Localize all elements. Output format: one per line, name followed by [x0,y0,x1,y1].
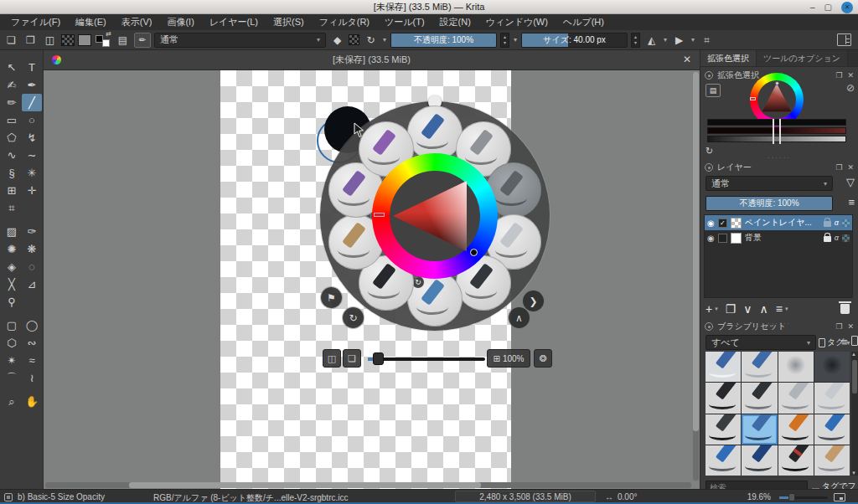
layer-name[interactable]: ペイントレイヤ... [745,217,820,229]
document-close-icon[interactable]: ✕ [683,54,691,65]
menu-item-10[interactable]: ヘルプ(H) [556,14,612,30]
layer-options-icon[interactable]: ≡ [848,196,855,208]
color-selector-dot[interactable] [470,249,478,256]
close-button[interactable]: ✕ [841,2,853,13]
close-docker-icon[interactable]: ✕ [847,71,854,80]
menu-item-9[interactable]: ウィンドウ(W) [478,14,556,30]
brush-preset-pen-metallic[interactable] [778,383,814,413]
visibility-eye-icon[interactable]: ◉ [707,219,715,228]
colorize-mask-tool[interactable]: ❋ [22,240,42,258]
elliptical-selection-tool[interactable]: ◯ [22,316,42,334]
close-docker-icon[interactable]: ✕ [847,163,854,172]
workspace-chooser-icon[interactable] [837,33,851,46]
preset-grid-scrollbar[interactable]: ▲ ▼ [851,352,858,476]
brush-preset-brush-orange-tip[interactable] [778,414,814,445]
brush-preset-marker-bold[interactable] [706,383,741,413]
delete-layer-button[interactable] [840,304,850,314]
menu-item-8[interactable]: 設定(N) [432,14,478,30]
palette-reload-button[interactable]: ↻ [343,307,364,328]
color-wheel[interactable] [372,153,498,279]
new-view-button[interactable]: ❏ [343,349,361,368]
brush-editor-icon[interactable]: ✏ [134,33,151,48]
zoom-tool[interactable]: ⌕ [2,393,22,410]
layer-row-paint[interactable]: ◉ ✓ ペイントレイヤ... α [705,215,852,230]
color-selector-settings-button[interactable]: ▤ [706,84,721,97]
palette-tag-button[interactable]: ⚑ [321,287,342,308]
no-color-icon[interactable]: ⊘ [846,82,855,94]
transform-select-tool[interactable]: ↖ [2,59,22,76]
canvas-horizontal-scrollbar[interactable] [45,482,691,488]
menu-item-1[interactable]: 編集(E) [68,14,114,30]
menu-item-3[interactable]: 画像(I) [159,14,201,30]
swap-colors-icon[interactable]: ⇄ [106,30,111,38]
float-docker-icon[interactable]: ❐ [835,163,842,172]
mirror-view-button[interactable]: ◫ [323,349,341,368]
brush-preset-eraser-small[interactable] [706,352,741,382]
menu-item-7[interactable]: ツール(T) [377,14,432,30]
inherit-alpha-icon[interactable] [842,219,850,227]
maximize-button[interactable]: ▢ [824,3,832,12]
rectangular-selection-tool[interactable]: ▢ [2,316,22,334]
menu-item-0[interactable]: ファイル(F) [3,14,68,30]
preserve-alpha-icon[interactable] [349,34,359,45]
layer-properties-button[interactable]: ≡ [776,302,783,316]
edit-shapes-tool[interactable]: ✍ [2,76,22,94]
color-sampler-tool[interactable]: ✑ [22,223,42,240]
reset-rotation-button[interactable]: ❂ [534,349,552,368]
brush-preset-airbrush-pressure[interactable] [814,352,850,382]
magnetic-selection-tool[interactable]: ≀ [22,369,42,387]
foreground-background-colors[interactable]: ⇄ [95,33,111,47]
preset-scroll-thumb[interactable] [852,360,857,393]
menu-item-2[interactable]: 表示(V) [114,14,160,30]
inherit-alpha-icon[interactable] [842,234,850,242]
move-layer-up-button[interactable]: ∧ [760,302,768,316]
scroll-down-icon[interactable]: ▼ [851,471,856,476]
scroll-up-icon[interactable]: ▲ [851,352,856,357]
layer-blend-mode-dropdown[interactable]: 通常 ▾ [706,176,833,191]
alpha-lock-icon[interactable]: α [835,219,839,227]
docker-lock-icon[interactable] [705,322,713,331]
zoom-display-icon[interactable] [834,493,845,501]
crop-tool[interactable]: ⌗ [2,199,22,217]
add-layer-button[interactable]: + [706,302,712,316]
layers-docker-header[interactable]: レイヤー ❐ ✕ [700,161,858,174]
new-document-icon[interactable]: ❏ [3,32,19,48]
menu-item-5[interactable]: 選択(S) [266,14,312,30]
tab-advanced-color-selector[interactable]: 拡張色選択 [700,50,757,66]
brush-preset-basic-5-size-opacity[interactable] [742,414,777,445]
docker-lock-icon[interactable] [705,163,713,172]
layer-properties-dropdown-icon[interactable]: ▾ [785,306,788,312]
blend-mode-dropdown[interactable]: 通常 ▾ [154,33,326,48]
canvas-angle[interactable]: ↔ 0.00° [605,492,637,501]
background-color[interactable] [102,39,110,47]
pattern-swatch[interactable] [78,34,91,46]
docker-color-triangle[interactable] [760,83,793,116]
workspace-icon[interactable]: ▤ [115,32,131,48]
menu-item-4[interactable]: レイヤー(L) [202,14,266,30]
float-docker-icon[interactable]: ❐ [835,71,842,80]
reference-images-tool[interactable]: ⚲ [2,293,22,311]
layer-checkbox[interactable]: ✓ [718,219,727,228]
pan-tool[interactable]: ✋ [22,393,42,410]
brush-preset-pen-silver[interactable] [814,383,850,413]
layer-thumbnail[interactable] [731,233,742,244]
mirror-horizontal-icon[interactable]: ◭ [644,32,659,48]
brush-preset-pencil-sketch[interactable] [814,445,850,476]
palette-preset-marker-blue[interactable]: ↻ [407,271,463,327]
fill-tool[interactable]: ◈ [2,258,22,275]
gradient-tool[interactable]: ▨ [2,223,22,240]
brush-preset-pen-red-band[interactable] [778,445,814,476]
text-tool[interactable]: T [22,59,42,76]
brush-preset-ink-brush[interactable] [706,414,741,445]
minimize-button[interactable]: – [810,3,815,12]
reload-dropdown-icon[interactable]: ▾ [382,36,387,44]
brush-preset-airbrush-soft[interactable] [778,352,814,382]
move-tool[interactable]: ✛ [22,182,42,199]
bezier-curve-tool[interactable]: ∿ [2,147,22,164]
vertical-scroll-thumb[interactable] [693,72,699,431]
move-layer-down-button[interactable]: ∨ [743,302,752,316]
mirror-horizontal-dropdown-icon[interactable]: ▾ [663,36,668,44]
lock-icon[interactable] [824,236,831,242]
preset-view-options-icon[interactable]: ≡ [841,336,848,348]
rectangle-tool[interactable]: ▭ [2,111,22,129]
